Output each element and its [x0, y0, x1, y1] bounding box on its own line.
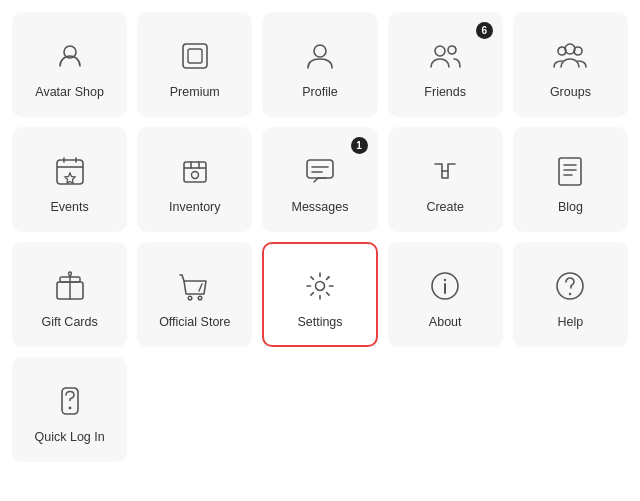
- svg-point-5: [448, 46, 456, 54]
- svg-rect-1: [183, 44, 207, 68]
- about-icon: [424, 265, 466, 307]
- tile-about[interactable]: About: [388, 242, 503, 347]
- create-label: Create: [426, 200, 464, 214]
- tile-premium[interactable]: Premium: [137, 12, 252, 117]
- tile-official-store[interactable]: Official Store: [137, 242, 252, 347]
- about-label: About: [429, 315, 462, 329]
- svg-rect-2: [188, 49, 202, 63]
- tile-events[interactable]: Events: [12, 127, 127, 232]
- quick-log-in-icon: [49, 380, 91, 422]
- tile-profile[interactable]: Profile: [262, 12, 377, 117]
- profile-label: Profile: [302, 85, 337, 99]
- tile-help[interactable]: Help: [513, 242, 628, 347]
- tile-friends[interactable]: 6Friends: [388, 12, 503, 117]
- tile-create[interactable]: Create: [388, 127, 503, 232]
- official-store-label: Official Store: [159, 315, 230, 329]
- create-icon: [424, 150, 466, 192]
- messages-icon: [299, 150, 341, 192]
- quick-log-in-label: Quick Log In: [35, 430, 105, 444]
- blog-label: Blog: [558, 200, 583, 214]
- avatar-shop-icon: [49, 35, 91, 77]
- gift-cards-label: Gift Cards: [41, 315, 97, 329]
- help-icon: [549, 265, 591, 307]
- tile-settings[interactable]: Settings: [262, 242, 377, 347]
- menu-grid: Avatar ShopPremiumProfile6FriendsGroupsE…: [12, 12, 628, 462]
- tile-messages[interactable]: 1Messages: [262, 127, 377, 232]
- events-label: Events: [50, 200, 88, 214]
- svg-point-16: [188, 296, 192, 300]
- svg-point-22: [569, 292, 571, 294]
- svg-point-24: [68, 406, 71, 409]
- premium-label: Premium: [170, 85, 220, 99]
- events-icon: [49, 150, 91, 192]
- avatar-shop-label: Avatar Shop: [35, 85, 104, 99]
- tile-gift-cards[interactable]: Gift Cards: [12, 242, 127, 347]
- groups-icon: [549, 35, 591, 77]
- svg-rect-13: [559, 158, 581, 185]
- inventory-icon: [174, 150, 216, 192]
- blog-icon: [549, 150, 591, 192]
- premium-icon: [174, 35, 216, 77]
- tile-blog[interactable]: Blog: [513, 127, 628, 232]
- profile-icon: [299, 35, 341, 77]
- friends-icon: [424, 35, 466, 77]
- svg-point-3: [314, 45, 326, 57]
- gift-cards-icon: [49, 265, 91, 307]
- messages-label: Messages: [292, 200, 349, 214]
- help-label: Help: [558, 315, 584, 329]
- official-store-icon: [174, 265, 216, 307]
- groups-label: Groups: [550, 85, 591, 99]
- svg-point-17: [198, 296, 202, 300]
- badge-messages: 1: [351, 137, 368, 154]
- tile-inventory[interactable]: Inventory: [137, 127, 252, 232]
- inventory-label: Inventory: [169, 200, 220, 214]
- tile-quick-log-in[interactable]: Quick Log In: [12, 357, 127, 462]
- tile-avatar-shop[interactable]: Avatar Shop: [12, 12, 127, 117]
- tile-groups[interactable]: Groups: [513, 12, 628, 117]
- svg-point-8: [565, 44, 575, 54]
- settings-label: Settings: [297, 315, 342, 329]
- svg-point-4: [435, 46, 445, 56]
- friends-label: Friends: [424, 85, 466, 99]
- svg-point-20: [444, 278, 446, 280]
- svg-point-11: [191, 171, 198, 178]
- settings-icon: [299, 265, 341, 307]
- svg-rect-12: [307, 160, 333, 178]
- svg-point-18: [315, 281, 324, 290]
- badge-friends: 6: [476, 22, 493, 39]
